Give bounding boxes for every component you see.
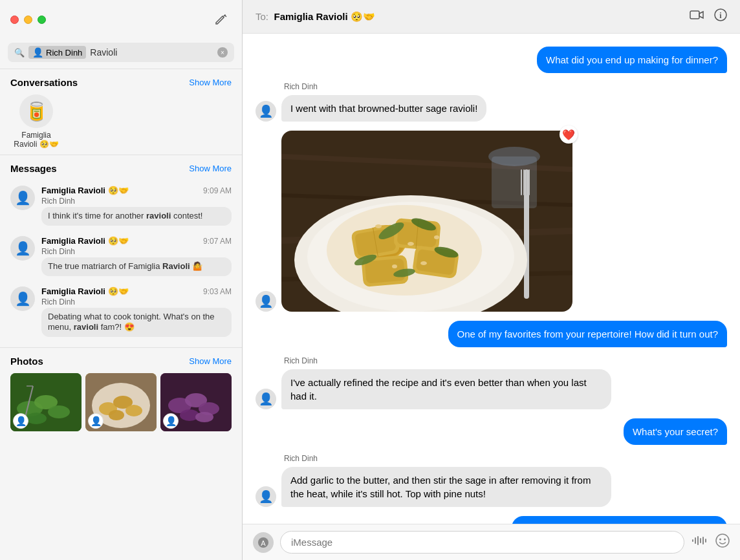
svg-rect-62 [692, 539, 693, 542]
message-bubble: What did you end up making for dinner? [537, 47, 727, 73]
message-content: Famiglia Ravioli 🥺🤝 9:09 AM Rich Dinh I … [41, 186, 232, 226]
photos-section: Photos Show More 👤 [0, 347, 242, 436]
message-preview: I think it's time for another ravioli co… [41, 207, 232, 226]
bubble-sender: Rich Dinh [284, 356, 611, 365]
bubble-group: One of my favorites from your repertoire… [448, 321, 728, 347]
message-bubble: Add garlic to the butter, and then stir … [281, 467, 611, 507]
search-bar[interactable]: 🔍 👤 Rich Dinh Ravioli × [8, 43, 234, 62]
message-time: 9:03 AM [203, 287, 232, 296]
photo-thumb[interactable]: 👤 [160, 373, 232, 431]
message-time: 9:09 AM [203, 186, 232, 195]
svg-rect-28 [492, 156, 537, 208]
message-bubble: I went with that browned-butter sage rav… [281, 95, 486, 122]
message-row: What's your secret? [256, 418, 727, 445]
compose-button[interactable] [211, 9, 232, 30]
message-row: 👤 Rich Dinh I went with that browned-but… [256, 82, 727, 122]
chat-header-icons: i [690, 8, 727, 25]
svg-point-12 [109, 410, 124, 420]
message-avatar: 👤 [10, 236, 35, 261]
svg-rect-33 [528, 169, 530, 195]
message-row: One of my favorites from your repertoire… [256, 321, 727, 347]
ravioli-image-scene [281, 131, 572, 312]
search-clear-button[interactable]: × [217, 47, 228, 58]
emoji-button[interactable] [715, 533, 730, 551]
message-preview: Debating what to cook tonight. What's on… [41, 308, 232, 338]
svg-point-70 [724, 539, 726, 541]
message-content: Famiglia Ravioli 🥺🤝 9:07 AM Rich Dinh Th… [41, 236, 232, 276]
photos-title: Photos [10, 356, 43, 367]
to-label: To: [256, 11, 268, 22]
bubble-avatar: 👤 [256, 101, 276, 122]
chat-header: To: Famiglia Ravioli 🥺🤝 i [243, 0, 740, 34]
svg-point-68 [716, 534, 729, 547]
input-icons [691, 533, 730, 551]
message-group-name: Famiglia Ravioli 🥺🤝 [41, 186, 129, 195]
app-icon-button[interactable]: A [253, 532, 274, 553]
svg-rect-31 [523, 169, 525, 195]
message-row: Incredible. I have to try making this fo… [256, 516, 727, 524]
message-bubble: I've actually refined the recipe and it'… [281, 369, 611, 409]
message-sender: Rich Dinh [41, 297, 232, 307]
message-header: Famiglia Ravioli 🥺🤝 9:07 AM [41, 236, 232, 246]
message-avatar: 👤 [10, 186, 35, 210]
message-bubble: What's your secret? [624, 418, 727, 445]
bubble-avatar: 👤 [256, 291, 276, 312]
svg-point-3 [48, 405, 70, 418]
message-group-name: Famiglia Ravioli 🥺🤝 [41, 286, 129, 296]
video-call-button[interactable] [690, 10, 704, 23]
message-header: Famiglia Ravioli 🥺🤝 9:03 AM [41, 286, 232, 296]
search-section: 🔍 👤 Rich Dinh Ravioli × [0, 36, 242, 69]
bubble-group: What did you end up making for dinner? [537, 47, 727, 73]
message-input[interactable] [280, 531, 684, 554]
message-list-item[interactable]: 👤 Famiglia Ravioli 🥺🤝 9:07 AM Rich Dinh … [10, 231, 232, 281]
svg-rect-30 [521, 169, 522, 195]
chat-header-to: To: Famiglia Ravioli 🥺🤝 [256, 11, 375, 23]
message-time: 9:07 AM [203, 237, 232, 246]
bubble-sender: Rich Dinh [284, 82, 486, 91]
svg-rect-65 [700, 538, 701, 543]
chat-messages: What did you end up making for dinner? 👤… [243, 34, 740, 524]
conversation-item[interactable]: 🥫 FamigliaRavioli 🥺🤝 [10, 94, 62, 149]
message-sender: Rich Dinh [41, 247, 232, 256]
message-image [281, 131, 572, 312]
conversations-show-more[interactable]: Show More [189, 78, 232, 87]
fullscreen-button[interactable] [38, 16, 46, 24]
sidebar: 🔍 👤 Rich Dinh Ravioli × Conversations Sh… [0, 0, 243, 560]
svg-rect-67 [705, 539, 706, 543]
traffic-lights [10, 16, 46, 24]
bubble-group: Rich Dinh I've actually refined the reci… [281, 356, 611, 409]
chat-recipient: Famiglia Ravioli 🥺🤝 [274, 11, 375, 22]
message-row: 👤 [256, 131, 727, 312]
message-list-item[interactable]: 👤 Famiglia Ravioli 🥺🤝 9:03 AM Rich Dinh … [10, 281, 232, 343]
info-button[interactable]: i [714, 8, 727, 25]
messages-show-more[interactable]: Show More [189, 164, 232, 173]
chat-area: To: Famiglia Ravioli 🥺🤝 i [243, 0, 740, 560]
audio-waveform-icon[interactable] [691, 534, 709, 550]
minimize-button[interactable] [24, 16, 32, 24]
close-button[interactable] [10, 16, 19, 24]
svg-rect-32 [526, 169, 527, 195]
message-preview: The true matriarch of Famiglia Ravioli 🤷 [41, 257, 232, 276]
photos-show-more[interactable]: Show More [189, 356, 232, 366]
bubble-sender: Rich Dinh [284, 454, 611, 463]
bubble-avatar: 👤 [256, 389, 276, 409]
photo-thumb[interactable]: 👤 [85, 373, 157, 431]
heart-reaction: ❤️ [560, 125, 578, 144]
svg-text:i: i [719, 11, 722, 20]
message-row: What did you end up making for dinner? [256, 47, 727, 73]
bubble-avatar: 👤 [256, 486, 276, 507]
message-bubble: One of my favorites from your repertoire… [448, 321, 728, 347]
conversation-avatar: 🥫 [19, 94, 53, 128]
photos-header: Photos Show More [10, 356, 232, 367]
message-bubble: Incredible. I have to try making this fo… [512, 516, 727, 524]
conversations-section: Conversations Show More 🥫 FamigliaRaviol… [0, 69, 242, 155]
message-content: Famiglia Ravioli 🥺🤝 9:03 AM Rich Dinh De… [41, 286, 232, 338]
svg-point-59 [327, 205, 482, 296]
chat-input-area: A [243, 524, 740, 560]
svg-point-69 [719, 539, 721, 541]
message-list-item[interactable]: 👤 Famiglia Ravioli 🥺🤝 9:09 AM Rich Dinh … [10, 180, 232, 231]
search-icon: 🔍 [14, 48, 25, 58]
bubble-group: ❤️ [281, 131, 572, 312]
bubble-group: What's your secret? [624, 418, 727, 445]
photo-thumb[interactable]: 👤 [10, 373, 82, 431]
